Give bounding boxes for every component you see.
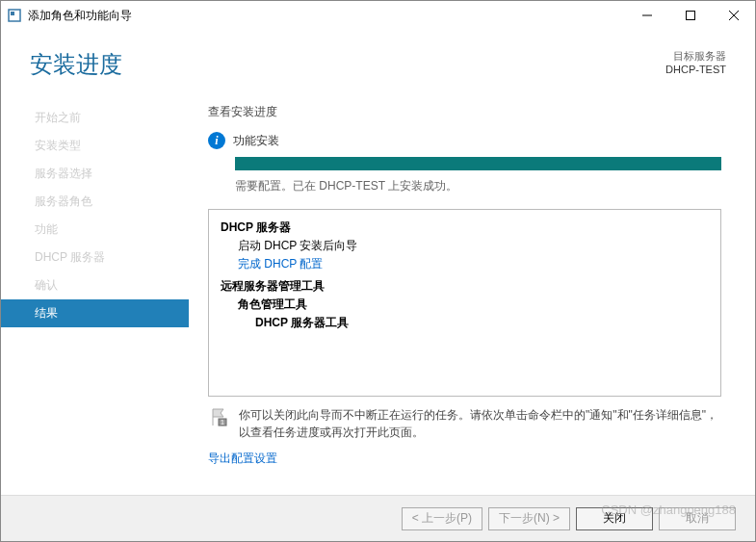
tree-dhcp-wizard: 启动 DHCP 安装后向导	[238, 238, 709, 254]
prev-button: < 上一步(P)	[402, 507, 482, 530]
export-config-link[interactable]: 导出配置设置	[208, 451, 277, 467]
sidebar-item-server-roles: 服务器角色	[1, 188, 189, 216]
tree-remote-tools: 远程服务器管理工具	[221, 278, 709, 295]
target-server: DHCP-TEST	[665, 64, 726, 75]
sidebar-item-results[interactable]: 结果	[1, 299, 189, 327]
sidebar-item-features: 功能	[1, 216, 189, 244]
titlebar: 添加角色和功能向导	[1, 1, 755, 30]
content: 查看安装进度 i 功能安装 需要配置。已在 DHCP-TEST 上安装成功。 D…	[189, 94, 755, 475]
minimize-button[interactable]	[625, 1, 668, 30]
tree-role-tools: 角色管理工具	[238, 297, 709, 313]
section-label: 查看安装进度	[208, 104, 721, 120]
sidebar-item-confirm: 确认	[1, 271, 189, 299]
tree-dhcp-server: DHCP 服务器	[221, 219, 709, 236]
note-row: 1 你可以关闭此向导而不中断正在运行的任务。请依次单击命令栏中的"通知"和"任务…	[208, 406, 721, 441]
footer: < 上一步(P) 下一步(N) > 关闭 取消	[1, 495, 755, 541]
close-dialog-button[interactable]: 关闭	[576, 507, 653, 530]
svg-rect-1	[11, 12, 14, 15]
page-title: 安装进度	[30, 49, 122, 80]
target-info: 目标服务器 DHCP-TEST	[665, 49, 726, 75]
maximize-button[interactable]	[668, 1, 712, 30]
cancel-button: 取消	[659, 507, 736, 530]
info-row: i 功能安装	[208, 132, 721, 149]
header: 安装进度 目标服务器 DHCP-TEST	[1, 30, 755, 94]
sidebar-item-server-select: 服务器选择	[1, 160, 189, 188]
window-controls	[625, 1, 755, 30]
sidebar-item-before-begin: 开始之前	[1, 104, 189, 132]
close-button[interactable]	[712, 1, 755, 30]
flag-icon: 1	[208, 406, 229, 427]
sidebar-item-dhcp-server: DHCP 服务器	[1, 244, 189, 271]
tree-dhcp-tools: DHCP 服务器工具	[255, 315, 709, 331]
target-label: 目标服务器	[665, 49, 726, 64]
next-button: 下一步(N) >	[488, 507, 570, 530]
app-icon	[7, 8, 22, 23]
svg-rect-3	[686, 12, 694, 20]
progress-bar	[235, 157, 721, 170]
note-text: 你可以关闭此向导而不中断正在运行的任务。请依次单击命令栏中的"通知"和"任务详细…	[239, 406, 721, 441]
info-icon: i	[208, 132, 225, 149]
window-title: 添加角色和功能向导	[28, 8, 625, 24]
sidebar: 开始之前 安装类型 服务器选择 服务器角色 功能 DHCP 服务器 确认 结果	[1, 94, 189, 475]
install-tree: DHCP 服务器 启动 DHCP 安装后向导 完成 DHCP 配置 远程服务器管…	[208, 209, 721, 397]
main-area: 开始之前 安装类型 服务器选择 服务器角色 功能 DHCP 服务器 确认 结果 …	[1, 94, 755, 475]
svg-text:1: 1	[221, 419, 224, 426]
tree-dhcp-config-link[interactable]: 完成 DHCP 配置	[238, 256, 709, 272]
status-text: 需要配置。已在 DHCP-TEST 上安装成功。	[235, 178, 721, 194]
info-text: 功能安装	[233, 133, 279, 149]
sidebar-item-install-type: 安装类型	[1, 132, 189, 160]
